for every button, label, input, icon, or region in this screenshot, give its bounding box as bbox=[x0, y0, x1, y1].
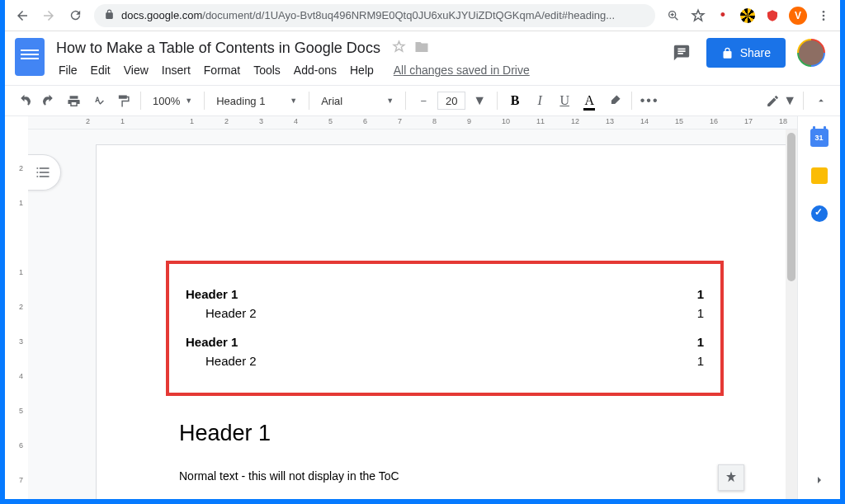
horizontal-ruler: 21123456789101112131415161718 bbox=[28, 116, 797, 130]
toc-text: Header 1 bbox=[186, 287, 238, 301]
font-value: Arial bbox=[321, 95, 342, 107]
ruler-mark: 17 bbox=[744, 117, 753, 125]
toc-page: 1 bbox=[697, 354, 704, 368]
menu-view[interactable]: View bbox=[118, 60, 154, 80]
italic-button[interactable]: I bbox=[529, 90, 550, 111]
print-button[interactable] bbox=[63, 90, 84, 111]
ruler-mark: 3 bbox=[259, 117, 263, 125]
ruler-mark: 7 bbox=[398, 117, 402, 125]
chrome-profile[interactable]: V bbox=[789, 7, 807, 25]
addr-icons: • V bbox=[662, 7, 835, 25]
menu-tools[interactable]: Tools bbox=[248, 60, 286, 80]
spellcheck-button[interactable] bbox=[87, 90, 109, 111]
docs-header: How to Make a Table of Contents in Googl… bbox=[5, 31, 840, 80]
back-button[interactable] bbox=[10, 3, 35, 28]
toc-page: 1 bbox=[697, 335, 704, 349]
ruler-mark: 3 bbox=[5, 337, 23, 346]
move-doc-icon[interactable] bbox=[414, 40, 429, 58]
comments-icon[interactable] bbox=[668, 40, 695, 66]
account-avatar[interactable] bbox=[797, 39, 825, 67]
ruler-mark: 18 bbox=[779, 117, 787, 125]
keep-icon[interactable] bbox=[810, 166, 829, 186]
toc-row[interactable]: Header 21 bbox=[186, 306, 704, 320]
ruler-mark: 13 bbox=[606, 117, 614, 125]
ruler-mark: 2 bbox=[86, 117, 90, 125]
tasks-icon[interactable] bbox=[810, 204, 829, 224]
docs-toolbar: 100%▼ Heading 1▼ Arial▼ − 20 ▼ B I U A •… bbox=[5, 85, 840, 116]
calendar-icon[interactable]: 31 bbox=[810, 128, 829, 148]
svg-point-5 bbox=[823, 14, 825, 16]
ruler-mark: 1 bbox=[5, 268, 23, 276]
doc-heading-1[interactable]: Header 1 bbox=[179, 421, 707, 446]
document-page[interactable]: Header 11Header 21Header 11Header 21 Hea… bbox=[96, 144, 791, 499]
ruler-mark: 2 bbox=[224, 117, 229, 125]
ruler-mark: 2 bbox=[5, 303, 23, 311]
ruler-mark: 5 bbox=[328, 117, 333, 125]
ext-icon-2[interactable] bbox=[739, 7, 756, 24]
ruler-mark: 6 bbox=[5, 441, 23, 450]
doc-normal-text[interactable]: Normal text - this will not display in t… bbox=[179, 469, 707, 483]
more-toolbar-button[interactable]: ••• bbox=[639, 90, 660, 111]
ruler-mark: 16 bbox=[710, 117, 718, 125]
fontsize-minus[interactable]: − bbox=[413, 90, 434, 111]
editing-mode-button[interactable]: ▼ bbox=[766, 90, 796, 111]
zoom-icon[interactable] bbox=[665, 7, 682, 24]
vertical-ruler: 211234567 bbox=[5, 116, 28, 499]
ext-icon-1[interactable]: • bbox=[715, 7, 731, 24]
toc-text: Header 2 bbox=[205, 306, 257, 320]
toc-row[interactable]: Header 11 bbox=[186, 287, 704, 301]
undo-button[interactable] bbox=[13, 90, 35, 111]
ruler-mark: 14 bbox=[640, 117, 649, 125]
explore-button[interactable] bbox=[718, 464, 744, 491]
bold-button[interactable]: B bbox=[504, 90, 526, 111]
style-dropdown[interactable]: Heading 1▼ bbox=[211, 95, 302, 107]
ruler-mark: 5 bbox=[5, 407, 23, 415]
style-value: Heading 1 bbox=[216, 95, 265, 107]
menu-edit[interactable]: Edit bbox=[85, 60, 116, 80]
collapse-toolbar-button[interactable] bbox=[810, 90, 832, 111]
svg-point-6 bbox=[823, 18, 825, 21]
ruler-mark: 10 bbox=[502, 117, 510, 125]
menu-addons[interactable]: Add-ons bbox=[288, 60, 342, 80]
toc-row[interactable]: Header 11 bbox=[186, 335, 704, 349]
doc-title[interactable]: How to Make a Table of Contents in Googl… bbox=[53, 38, 384, 59]
toc-row[interactable]: Header 21 bbox=[186, 354, 704, 368]
menu-file[interactable]: File bbox=[53, 60, 83, 80]
ruler-mark: 1 bbox=[5, 199, 23, 207]
url-host: docs.google.com bbox=[121, 9, 202, 21]
star-icon[interactable] bbox=[690, 7, 706, 24]
ext-icon-3[interactable] bbox=[764, 7, 781, 24]
share-button[interactable]: Share bbox=[706, 38, 786, 68]
toc-text: Header 1 bbox=[186, 335, 238, 349]
menu-bar: File Edit View Insert Format Tools Add-o… bbox=[53, 60, 660, 80]
forward-button[interactable] bbox=[36, 3, 61, 28]
save-status[interactable]: All changes saved in Drive bbox=[388, 60, 536, 80]
svg-line-1 bbox=[675, 17, 677, 20]
outline-toggle[interactable] bbox=[28, 154, 61, 191]
reload-button[interactable] bbox=[63, 3, 87, 28]
underline-button[interactable]: U bbox=[554, 90, 575, 111]
zoom-dropdown[interactable]: 100%▼ bbox=[148, 95, 197, 107]
ruler-mark: 6 bbox=[363, 117, 367, 125]
ruler-mark: 4 bbox=[5, 372, 23, 380]
fontsize-input[interactable]: 20 bbox=[437, 92, 465, 110]
star-doc-icon[interactable] bbox=[392, 40, 406, 58]
share-lock-icon bbox=[721, 47, 734, 59]
fontsize-value: 20 bbox=[446, 95, 457, 107]
chrome-menu-icon[interactable] bbox=[815, 7, 832, 24]
text-color-button[interactable]: A bbox=[578, 90, 600, 111]
side-panel-toggle[interactable] bbox=[798, 466, 840, 499]
menu-format[interactable]: Format bbox=[198, 60, 246, 80]
menu-insert[interactable]: Insert bbox=[156, 60, 196, 80]
table-of-contents[interactable]: Header 11Header 21Header 11Header 21 bbox=[166, 261, 724, 396]
address-field[interactable]: docs.google.com/document/d/1UAyo-Bvt8uq4… bbox=[94, 4, 655, 27]
highlight-button[interactable] bbox=[603, 90, 625, 111]
fontsize-plus[interactable]: ▼ bbox=[469, 90, 490, 111]
vertical-scrollbar[interactable] bbox=[786, 130, 797, 499]
font-dropdown[interactable]: Arial▼ bbox=[316, 95, 399, 107]
paint-format-button[interactable] bbox=[112, 90, 134, 111]
menu-help[interactable]: Help bbox=[344, 60, 380, 80]
docs-logo-icon[interactable] bbox=[15, 38, 45, 76]
redo-button[interactable] bbox=[38, 90, 59, 111]
url-path: /document/d/1UAyo-Bvt8uq496NRM9E0Qtq0JU6… bbox=[202, 9, 615, 21]
